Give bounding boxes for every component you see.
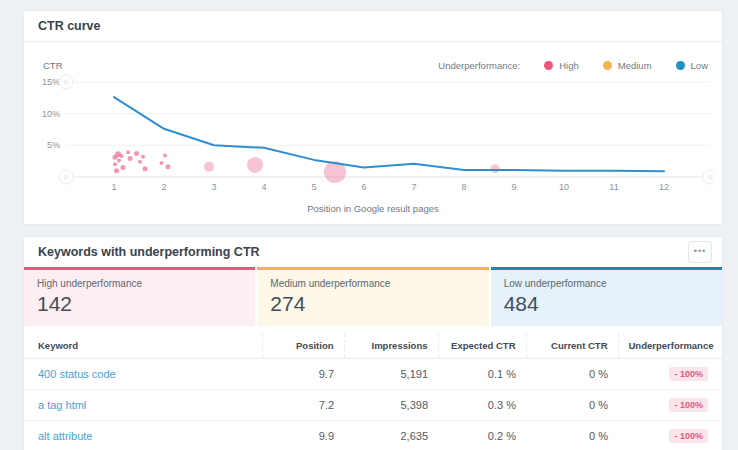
x-axis-zoom-grip-left-dot bbox=[64, 175, 69, 180]
y-axis-zoom-grip-top-dot bbox=[64, 79, 69, 84]
x-tick-label: 2 bbox=[161, 182, 166, 192]
scatter-bubble[interactable] bbox=[143, 166, 148, 171]
summary-box-high[interactable]: High underperformance142 bbox=[24, 267, 255, 326]
current-ctr-cell: 0 % bbox=[526, 359, 618, 390]
scatter-bubble[interactable] bbox=[128, 156, 133, 161]
page: CTR curve CTR Underperformance: HighMedi… bbox=[0, 0, 738, 450]
ctr-chart-svg: 15%10%5%123456789101112 bbox=[38, 72, 714, 198]
ctr-card-header: CTR curve bbox=[24, 11, 722, 42]
legend-item-label: Medium bbox=[618, 60, 652, 71]
x-tick-label: 6 bbox=[361, 182, 366, 192]
current-ctr-cell: 0 % bbox=[526, 421, 618, 450]
keyword-link[interactable]: a tag html bbox=[38, 399, 86, 411]
summary-row: High underperformance142Medium underperf… bbox=[24, 267, 722, 326]
underperformance-badge: - 100% bbox=[669, 367, 708, 381]
chart-top-row: CTR Underperformance: HighMediumLow bbox=[38, 58, 708, 72]
expected-ctr-cell: 0.1 % bbox=[438, 359, 526, 390]
scatter-bubble[interactable] bbox=[141, 155, 145, 159]
scatter-bubble[interactable] bbox=[134, 151, 139, 156]
x-tick-label: 1 bbox=[111, 182, 116, 192]
x-tick-label: 11 bbox=[609, 182, 618, 192]
scatter-bubble[interactable] bbox=[114, 168, 119, 173]
position-cell: 7.2 bbox=[262, 390, 344, 421]
keyword-link[interactable]: alt attribute bbox=[38, 430, 92, 442]
keywords-table: KeywordPositionImpressionsExpected CTRCu… bbox=[24, 334, 722, 450]
summary-box-label: Medium underperformance bbox=[270, 278, 475, 289]
expected-ctr-cell: 0.3 % bbox=[438, 390, 526, 421]
ctr-line-series bbox=[114, 97, 664, 171]
legend-caption: Underperformance: bbox=[438, 60, 520, 71]
ctr-chart-area: CTR Underperformance: HighMediumLow 15%1… bbox=[24, 58, 722, 224]
x-tick-label: 7 bbox=[411, 182, 416, 192]
summary-box-medium[interactable]: Medium underperformance274 bbox=[257, 267, 488, 326]
x-tick-label: 5 bbox=[311, 182, 316, 192]
legend-dot-icon bbox=[544, 61, 553, 70]
summary-box-value: 142 bbox=[37, 292, 242, 316]
y-axis-title: CTR bbox=[38, 60, 63, 71]
position-cell: 9.7 bbox=[262, 359, 344, 390]
keywords-card-title: Keywords with underperforming CTR bbox=[38, 245, 260, 259]
scatter-bubble[interactable] bbox=[117, 159, 121, 163]
table-header-row: KeywordPositionImpressionsExpected CTRCu… bbox=[24, 334, 722, 359]
scatter-bubble[interactable] bbox=[120, 154, 124, 158]
x-axis-zoom-grip-right-dot bbox=[708, 175, 713, 180]
legend-dot-icon bbox=[676, 61, 685, 70]
underperformance-badge: - 100% bbox=[669, 429, 708, 443]
keywords-card-header: Keywords with underperforming CTR ••• bbox=[24, 237, 722, 267]
summary-box-label: Low underperformance bbox=[504, 278, 709, 289]
column-header-underperformance[interactable]: Underperformance bbox=[618, 334, 722, 359]
column-header-keyword[interactable]: Keyword bbox=[24, 334, 262, 359]
scatter-bubble[interactable] bbox=[138, 160, 142, 164]
legend-items: HighMediumLow bbox=[520, 60, 708, 71]
impressions-cell: 5,398 bbox=[344, 390, 438, 421]
scatter-bubble[interactable] bbox=[247, 157, 263, 173]
table-row: alt attribute9.92,6350.2 %0 %- 100% bbox=[24, 421, 722, 450]
legend-dot-icon bbox=[603, 61, 612, 70]
scatter-bubble[interactable] bbox=[121, 165, 126, 170]
more-options-button[interactable]: ••• bbox=[688, 241, 712, 263]
summary-box-label: High underperformance bbox=[37, 278, 242, 289]
y-tick-label: 5% bbox=[47, 140, 60, 150]
table-row: a tag html7.25,3980.3 %0 %- 100% bbox=[24, 390, 722, 421]
scatter-bubble[interactable] bbox=[166, 164, 171, 169]
y-tick-label: 10% bbox=[42, 109, 60, 119]
current-ctr-cell: 0 % bbox=[526, 390, 618, 421]
chart-legend: Underperformance: HighMediumLow bbox=[438, 60, 708, 71]
legend-item-label: Low bbox=[691, 60, 708, 71]
scatter-bubble[interactable] bbox=[163, 153, 167, 157]
legend-item-label: High bbox=[559, 60, 579, 71]
scatter-bubble[interactable] bbox=[113, 162, 117, 166]
table-row: 400 status code9.75,1910.1 %0 %- 100% bbox=[24, 359, 722, 390]
keywords-card: Keywords with underperforming CTR ••• Hi… bbox=[23, 236, 723, 450]
keyword-link[interactable]: 400 status code bbox=[38, 368, 116, 380]
column-header-position[interactable]: Position bbox=[262, 334, 344, 359]
x-tick-label: 8 bbox=[461, 182, 466, 192]
x-tick-label: 10 bbox=[559, 182, 569, 192]
position-cell: 9.9 bbox=[262, 421, 344, 450]
column-header-current-ctr[interactable]: Current CTR bbox=[526, 334, 618, 359]
legend-item-medium[interactable]: Medium bbox=[603, 60, 652, 71]
impressions-cell: 5,191 bbox=[344, 359, 438, 390]
summary-box-value: 484 bbox=[504, 292, 709, 316]
legend-item-low[interactable]: Low bbox=[676, 60, 708, 71]
scatter-bubble[interactable] bbox=[160, 161, 164, 165]
scatter-bubble[interactable] bbox=[204, 162, 214, 172]
x-tick-label: 4 bbox=[261, 182, 266, 192]
scatter-bubble[interactable] bbox=[491, 164, 500, 173]
column-header-impressions[interactable]: Impressions bbox=[344, 334, 438, 359]
underperformance-badge: - 100% bbox=[669, 398, 708, 412]
table-body: 400 status code9.75,1910.1 %0 %- 100%a t… bbox=[24, 359, 722, 450]
ctr-curve-card: CTR curve CTR Underperformance: HighMedi… bbox=[23, 10, 723, 225]
column-header-expected-ctr[interactable]: Expected CTR bbox=[438, 334, 526, 359]
x-tick-label: 9 bbox=[511, 182, 516, 192]
scatter-bubble[interactable] bbox=[126, 150, 130, 154]
summary-box-value: 274 bbox=[270, 292, 475, 316]
expected-ctr-cell: 0.2 % bbox=[438, 421, 526, 450]
summary-box-low[interactable]: Low underperformance484 bbox=[491, 267, 722, 326]
x-tick-label: 12 bbox=[659, 182, 669, 192]
legend-item-high[interactable]: High bbox=[544, 60, 579, 71]
impressions-cell: 2,635 bbox=[344, 421, 438, 450]
x-tick-label: 3 bbox=[211, 182, 216, 192]
x-axis-title: Position in Google result pages bbox=[38, 203, 708, 214]
ctr-card-title: CTR curve bbox=[38, 19, 101, 33]
